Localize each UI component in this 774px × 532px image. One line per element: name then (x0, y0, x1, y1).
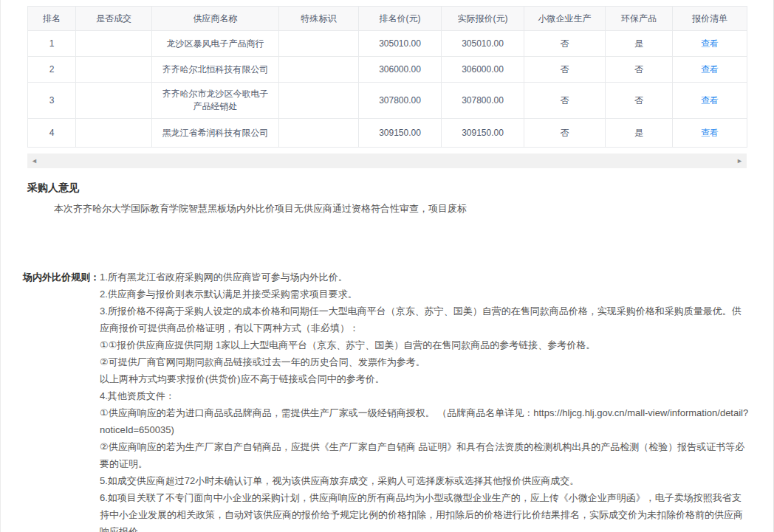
rule-item: 5.如成交供应商超过72小时未确认订单，视为该供应商放弃成交，采购人可选择废标或… (100, 472, 750, 489)
supplier-quote-table: 排名 是否成交 供应商名称 特殊标识 排名价(元) 实际报价(元) 小微企业生产… (27, 6, 747, 148)
rule-item: ①①报价供应商应提供同期 1家以上大型电商平台（京东、苏宁、国美）自营的在售同款… (100, 336, 750, 353)
cell-small-micro: 否 (524, 83, 606, 119)
header-rank-price: 排名价(元) (359, 7, 442, 31)
cell-rank: 4 (28, 119, 76, 148)
cell-supplier-name: 龙沙区暴风电子产品商行 (152, 31, 279, 57)
header-actual-price: 实际报价(元) (442, 7, 524, 31)
horizontal-scrollbar[interactable]: ◄ ► (27, 153, 747, 168)
cell-supplier-name: 齐齐哈尔市龙沙区今歌电子产品经销处 (152, 83, 279, 119)
cell-quote-list: 查看 (673, 119, 747, 148)
header-quote-list: 报价清单 (673, 7, 747, 31)
view-quote-link[interactable]: 查看 (701, 38, 719, 49)
cell-deal-status (76, 83, 152, 119)
rule-item: 1.所有黑龙江省政府采购网的供应商皆可参与场内外比价。 (100, 269, 750, 286)
cell-rank: 2 (28, 57, 76, 83)
cell-eco-product: 是 (606, 119, 673, 148)
view-quote-link[interactable]: 查看 (701, 64, 719, 75)
cell-quote-list: 查看 (673, 31, 747, 57)
cell-rank-price: 305010.00 (359, 31, 442, 57)
cell-rank: 3 (28, 83, 76, 119)
rules-content: 1.所有黑龙江省政府采购网的供应商皆可参与场内外比价。 2.供应商参与报价则表示… (100, 269, 750, 532)
cell-rank-price: 309150.00 (359, 119, 442, 148)
cell-special-mark (279, 83, 359, 119)
rule-item: 6.如项目关联了不专门面向中小企业的采购计划，供应商响应的所有商品均为小型或微型… (100, 489, 750, 532)
header-eco-product: 环保产品 (606, 7, 673, 31)
table-row: 1 龙沙区暴风电子产品商行 305010.00 305010.00 否 是 查看 (28, 31, 747, 57)
cell-small-micro: 否 (524, 119, 606, 148)
view-quote-link[interactable]: 查看 (701, 128, 719, 138)
cell-actual-price: 309150.00 (442, 119, 524, 148)
cell-supplier-name: 黑龙江省希润科技有限公司 (152, 119, 279, 148)
table-row: 2 齐齐哈尔北恒科技有限公司 306000.00 306000.00 否 否 查… (28, 57, 747, 83)
cell-small-micro: 否 (524, 31, 606, 57)
cell-supplier-name: 齐齐哈尔北恒科技有限公司 (152, 57, 279, 83)
table-header: 排名 是否成交 供应商名称 特殊标识 排名价(元) 实际报价(元) 小微企业生产… (28, 7, 747, 31)
table-row: 4 黑龙江省希润科技有限公司 309150.00 309150.00 否 是 查… (28, 119, 747, 148)
cell-rank-price: 306000.00 (359, 57, 442, 83)
rule-item: ①供应商响应的若为进口商品或品牌商品，需提供生产厂家或一级经销商授权。 （品牌商… (100, 404, 750, 438)
price-comparison-rules: 场内外比价规则： 1.所有黑龙江省政府采购网的供应商皆可参与场内外比价。 2.供… (23, 269, 750, 532)
page-container: 排名 是否成交 供应商名称 特殊标识 排名价(元) 实际报价(元) 小微企业生产… (0, 0, 774, 532)
cell-special-mark (279, 119, 359, 148)
header-special-mark: 特殊标识 (279, 7, 359, 31)
rule-item: 3.所报价格不得高于采购人设定的成本价格和同期任一大型电商平台（京东、苏宁、国美… (100, 303, 750, 336)
view-quote-link[interactable]: 查看 (701, 95, 719, 106)
cell-rank-price: 307800.00 (359, 83, 442, 119)
cell-actual-price: 307800.00 (442, 83, 524, 119)
rule-item: ②可提供厂商官网同期同款商品链接或过去一年的历史合同、发票作为参考。 (100, 353, 750, 370)
table-row: 3 齐齐哈尔市龙沙区今歌电子产品经销处 307800.00 307800.00 … (28, 83, 747, 119)
header-deal-status: 是否成交 (76, 7, 152, 31)
cell-eco-product: 是 (606, 31, 673, 57)
purchaser-opinion-content: 本次齐齐哈尔大学国际教育学院智慧黑板场内外比价项目无供应商通过资格符合性审查，项… (54, 202, 773, 215)
cell-actual-price: 305010.00 (442, 31, 524, 57)
cell-eco-product: 否 (606, 57, 673, 83)
purchaser-opinion-title: 采购人意见 (27, 182, 773, 195)
cell-small-micro: 否 (524, 57, 606, 83)
rule-item: 4.其他资质文件： (100, 387, 750, 404)
cell-deal-status (76, 119, 152, 148)
rule-item: 以上两种方式均要求报价(供货价)应不高于链接或合同中的参考价。 (100, 370, 750, 387)
cell-special-mark (279, 57, 359, 83)
scroll-right-icon[interactable]: ► (736, 158, 743, 165)
cell-rank: 1 (28, 31, 76, 57)
header-rank: 排名 (28, 7, 76, 31)
rule-item: 2.供应商参与报价则表示默认满足并接受采购需求项目要求。 (100, 286, 750, 303)
rules-label: 场内外比价规则： (23, 269, 100, 286)
cell-quote-list: 查看 (673, 83, 747, 119)
header-supplier-name: 供应商名称 (152, 7, 279, 31)
header-small-micro: 小微企业生产 (524, 7, 606, 31)
cell-deal-status (76, 57, 152, 83)
cell-eco-product: 否 (606, 83, 673, 119)
scroll-left-icon[interactable]: ◄ (31, 158, 38, 165)
cell-deal-status (76, 31, 152, 57)
cell-quote-list: 查看 (673, 57, 747, 83)
cell-special-mark (279, 31, 359, 57)
rule-item: ②供应商响应的若为生产厂家自产自销商品，应提供《生产厂家自产自销商 品证明》和具… (100, 438, 750, 472)
cell-actual-price: 306000.00 (442, 57, 524, 83)
